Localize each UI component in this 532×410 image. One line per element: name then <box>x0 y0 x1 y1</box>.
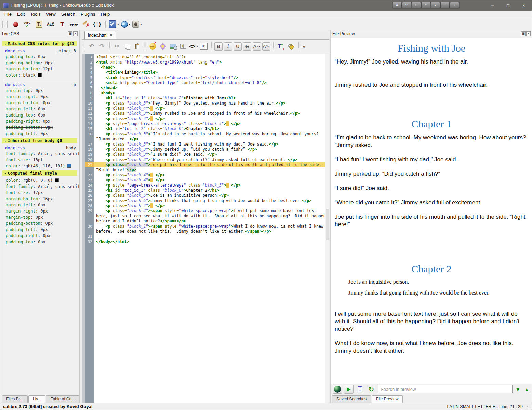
find-next-button[interactable]: ▼ <box>514 386 521 392</box>
strikethrough-button[interactable]: S <box>243 42 251 51</box>
check-html-button[interactable] <box>148 42 157 51</box>
code-line-3[interactable]: 3 <head> <box>82 65 325 70</box>
dock-tab-file-preview[interactable]: File Preview <box>372 395 403 403</box>
menu-help[interactable]: Help <box>98 11 113 17</box>
menu-view[interactable]: View <box>43 11 58 17</box>
subscript-button[interactable]: As▼ <box>253 42 261 51</box>
code-line-19[interactable]: 19 <p class="block_3">“I sure did!” Joe … <box>82 152 325 157</box>
preview-search-input[interactable] <box>378 385 513 393</box>
code-line-wrap[interactable]: “Right here!”</p> <box>82 167 325 173</box>
titlebar-utility-button-5[interactable]: ─ <box>440 2 450 8</box>
code-line-13[interactable]: 13 <p class="block_4"> </p> <box>82 116 325 121</box>
code-line-30[interactable]: 30 <p class="block_1"><span style="white… <box>82 224 325 229</box>
underline-button[interactable]: U <box>234 42 242 51</box>
dock-tab-files-br---[interactable]: Files Br... <box>2 395 28 403</box>
run-preview-button[interactable]: ▶ <box>344 385 354 394</box>
tab-index-html[interactable]: index.html ✕ <box>84 31 116 39</box>
code-line-8[interactable]: 8 <body> <box>82 91 325 96</box>
code-line-26[interactable]: 26 <p class="block_5">Joe is an inquisit… <box>82 193 325 198</box>
dock-tab-table-of-co---[interactable]: Table of Co... <box>46 395 79 403</box>
auto-reload-button[interactable] <box>333 385 342 394</box>
code-line-wrap[interactable]: here, just so I can see what it will do … <box>82 214 325 219</box>
code-line-1[interactable]: 1<?xml version='1.0' encoding='utf-8'?> <box>82 55 325 60</box>
split-file-button[interactable] <box>179 42 188 51</box>
sync-position-button[interactable] <box>355 385 365 394</box>
menu-search[interactable]: Search <box>58 11 78 17</box>
scrollbar-thumb[interactable] <box>326 209 329 240</box>
code-line-21[interactable]: 21 <p class="block_3">Joe put his finger… <box>82 162 325 167</box>
stylesheet-link[interactable]: docx.css <box>5 49 25 53</box>
text-color-button[interactable]: T <box>277 42 285 51</box>
code-line-7[interactable]: 7 </head> <box>82 85 325 91</box>
check-book-button[interactable] <box>11 19 21 29</box>
spell-check-button[interactable]: ABC ✓ <box>22 19 32 29</box>
tab-close-icon[interactable]: ✕ <box>109 33 113 38</box>
code-line-25[interactable]: 25 <h1 id="toc_id_3" class="block_6">Cha… <box>82 188 325 193</box>
paste-button[interactable] <box>133 42 142 51</box>
tools-dropdown-button[interactable]: ▾ <box>109 20 119 28</box>
code-line-18[interactable]: 18 <p class="block_3">Jimmy perked up. “… <box>82 147 325 152</box>
code-line-4[interactable]: 4 <title>Fishing</title> <box>82 70 325 75</box>
author-dropdown-button[interactable]: ▾ <box>132 21 142 28</box>
code-line-28[interactable]: 28 <p class="block_4"> </p> <box>82 203 325 208</box>
titlebar-utility-button-3[interactable]: ↶ <box>421 2 430 8</box>
view-dropdown-button[interactable]: ▾ <box>121 21 131 28</box>
float-dock-icon[interactable]: ▣ <box>521 31 526 36</box>
maximize-button[interactable]: □ <box>500 0 516 11</box>
code-line-24[interactable]: 24 <p style="page-break-after:always" cl… <box>82 183 325 188</box>
close-dock-icon[interactable]: × <box>73 31 78 36</box>
code-line-12[interactable]: 12 <p class="block_3">Jimmy rushed to Jo… <box>82 111 325 116</box>
dock-tab-liv---[interactable]: Liv... <box>28 395 45 403</box>
resize-grip[interactable] <box>526 405 530 409</box>
menu-edit[interactable]: Edit <box>14 11 27 17</box>
redo-button[interactable]: ↷ <box>97 42 106 51</box>
heading-style-button[interactable]: H1 <box>199 42 208 51</box>
toolbar-overflow-button[interactable]: » <box>303 44 305 49</box>
minimize-button[interactable]: ─ <box>484 0 500 11</box>
insert-image-button[interactable] <box>169 42 177 51</box>
titlebar-utility-button-2[interactable]: □ <box>412 2 421 8</box>
code-line-6[interactable]: 6 <meta http-equiv="Content-Type" conten… <box>82 80 325 85</box>
transliterate-button[interactable]: ÅŁČ <box>45 19 56 29</box>
remove-unused-css-button[interactable]: ✗ <box>80 19 91 29</box>
italic-button[interactable]: I <box>224 42 232 51</box>
code-line-17[interactable]: 17 <p class="block_3">“I had fun! I went… <box>82 142 325 147</box>
close-button[interactable]: × <box>516 0 532 11</box>
code-line-wrap[interactable]: before and I didn’t notice?</span></p> <box>82 219 325 224</box>
code-line-29[interactable]: 29 <p class="block_3"><span style="white… <box>82 208 325 214</box>
css-section-header[interactable]: ▾Computed final style <box>2 170 77 176</box>
titlebar-utility-button-4[interactable]: ▸ <box>431 2 440 8</box>
code-line-16[interactable]: 16 <p class="block_3">“I’m glad to be ba… <box>82 132 325 137</box>
titlebar-utility-button-6[interactable]: ▪ <box>450 2 459 8</box>
code-line-11[interactable]: 11 <p class="block_4"> </p> <box>82 106 325 111</box>
smarten-punctuation-button[interactable]: ”” <box>69 19 79 29</box>
close-dock-icon[interactable]: × <box>526 31 531 36</box>
code-line-wrap[interactable]: before. Joe does not like this. Jimmy do… <box>82 229 325 234</box>
fix-html-button[interactable]: {|} <box>92 19 102 29</box>
code-line-14[interactable]: 14 <p style="page-break-after:always" cl… <box>82 121 325 126</box>
code-line-20[interactable]: 20 <p class="block_3">“Where did you cat… <box>82 157 325 162</box>
insert-special-character-button[interactable]: T, <box>34 19 44 29</box>
superscript-button[interactable]: AS▲ <box>262 42 270 51</box>
editor-scrollbar[interactable] <box>325 54 329 403</box>
menu-file[interactable]: File <box>2 11 14 17</box>
copy-button[interactable] <box>123 42 132 51</box>
stylesheet-link[interactable]: docx.css <box>5 146 25 150</box>
code-line-27[interactable]: 27 <p class="block_5">Jimmy thinks that … <box>82 198 325 203</box>
beautify-button[interactable] <box>158 42 167 51</box>
css-section-header[interactable]: ▾Inherited from body @8 <box>2 138 77 144</box>
code-line-31[interactable]: 31 <box>82 234 325 239</box>
preview-content[interactable]: Fishing with Joe“Hey, Jimmy!” Joe yelled… <box>331 38 532 384</box>
code-line-9[interactable]: 9 <h1 id="toc_id_1" class="block_2">Fish… <box>82 96 325 101</box>
code-editor[interactable]: 1<?xml version='1.0' encoding='utf-8'?>2… <box>82 54 329 403</box>
find-previous-button[interactable]: ▲ <box>523 386 530 392</box>
code-line-2[interactable]: 2<html xmlns="http://www.w3.org/1999/xht… <box>82 60 325 65</box>
cut-button[interactable]: ✂ <box>112 42 121 51</box>
undo-button[interactable]: ↶ <box>87 42 96 51</box>
float-dock-icon[interactable]: ▣ <box>68 31 72 36</box>
refresh-preview-button[interactable]: ↻ <box>367 385 376 394</box>
stylesheet-link[interactable]: docx.css <box>5 82 25 87</box>
code-line-15[interactable]: 15 <h1 id="toc_id_2" class="block_6">Cha… <box>82 126 325 132</box>
code-line-10[interactable]: 10 <p class="block_3">“Hey, Jimmy!” Joe … <box>82 101 325 106</box>
change-case-button[interactable]: T <box>57 19 67 29</box>
